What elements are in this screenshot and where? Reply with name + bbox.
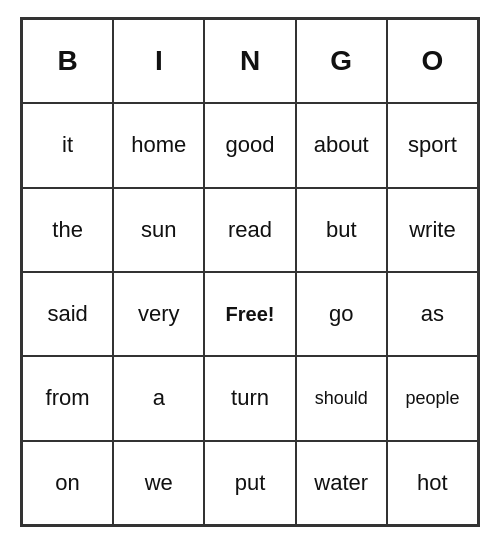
cell-4-5: people [387,356,478,440]
cell-3-4: go [296,272,387,356]
cell-2-5: write [387,188,478,272]
bingo-card: B I N G O it home good about sport the s… [20,17,480,527]
header-o: O [387,19,478,103]
cell-1-3: good [204,103,295,187]
row-4: from a turn should people [22,356,478,440]
cell-5-4: water [296,441,387,525]
cell-2-4: but [296,188,387,272]
cell-3-3-free: Free! [204,272,295,356]
cell-2-3: read [204,188,295,272]
cell-4-3: turn [204,356,295,440]
row-5: on we put water hot [22,441,478,525]
cell-1-5: sport [387,103,478,187]
header-g: G [296,19,387,103]
cell-5-1: on [22,441,113,525]
header-n: N [204,19,295,103]
header-row: B I N G O [22,19,478,103]
cell-3-1: said [22,272,113,356]
cell-2-1: the [22,188,113,272]
cell-1-4: about [296,103,387,187]
header-b: B [22,19,113,103]
cell-2-2: sun [113,188,204,272]
cell-1-2: home [113,103,204,187]
cell-3-5: as [387,272,478,356]
row-2: the sun read but write [22,188,478,272]
cell-4-4: should [296,356,387,440]
row-1: it home good about sport [22,103,478,187]
cell-4-1: from [22,356,113,440]
cell-5-2: we [113,441,204,525]
cell-5-5: hot [387,441,478,525]
header-i: I [113,19,204,103]
cell-3-2: very [113,272,204,356]
row-3: said very Free! go as [22,272,478,356]
cell-5-3: put [204,441,295,525]
cell-1-1: it [22,103,113,187]
cell-4-2: a [113,356,204,440]
